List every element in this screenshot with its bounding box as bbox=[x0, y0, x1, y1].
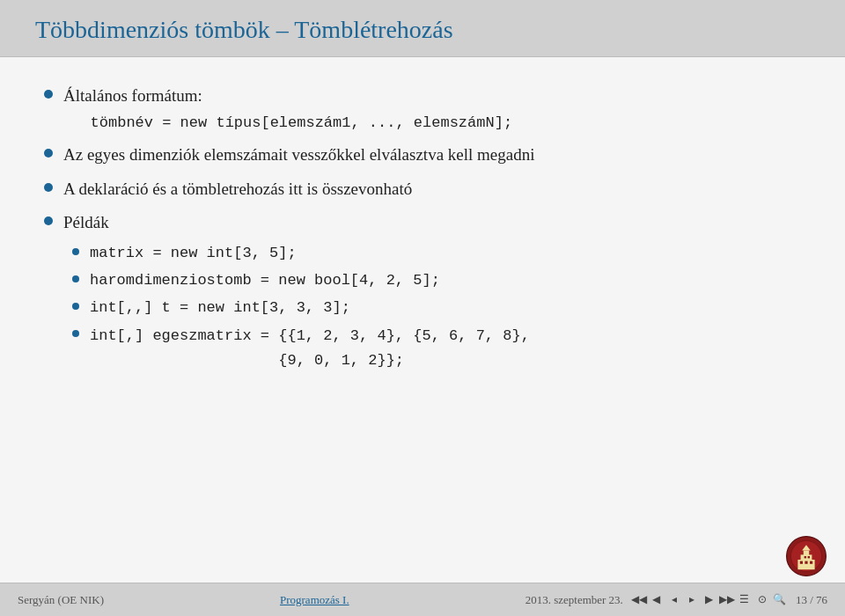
bullet-text-4: Példák bbox=[63, 213, 109, 231]
slide-footer: Sergyán (OE NIK) Programozás I. 2013. sz… bbox=[0, 583, 845, 616]
sub-bullet-dot-1 bbox=[72, 248, 79, 255]
svg-rect-8 bbox=[810, 561, 812, 564]
slide-content: Általános formátum: tömbnév = new típus[… bbox=[0, 57, 845, 583]
sub-bullet-2: haromdimenziostomb = new bool[4, 2, 5]; bbox=[72, 268, 530, 292]
nav-zoom-btn[interactable]: ⊙ bbox=[755, 593, 769, 607]
bullet-text-4-container: Példák matrix = new int[3, 5]; haromdime… bbox=[63, 210, 530, 372]
footer-author: Sergyán (OE NIK) bbox=[18, 593, 104, 607]
sub-bullet-4: int[,] egeszmatrix = {{1, 2, 3, 4}, {5, … bbox=[72, 323, 530, 372]
sub-bullet-code-1: matrix = new int[3, 5]; bbox=[90, 241, 297, 265]
nav-next-btn[interactable]: ▶ bbox=[702, 593, 716, 607]
nav-first-btn[interactable]: ◀◀ bbox=[632, 593, 646, 607]
sub-bullet-dot-2 bbox=[72, 275, 79, 282]
bullet-text-3: A deklaráció és a tömbletrehozás itt is … bbox=[63, 177, 412, 202]
sub-bullet-dot-3 bbox=[72, 303, 79, 310]
nav-section-prev-btn[interactable]: ◂ bbox=[667, 593, 681, 607]
bullet-text-2: Az egyes dimenziók elemszámait vesszőkke… bbox=[63, 143, 535, 168]
svg-rect-4 bbox=[804, 551, 809, 556]
nav-prev-btn[interactable]: ◀ bbox=[650, 593, 664, 607]
footer-course[interactable]: Programozás I. bbox=[280, 593, 349, 607]
slide: Többdimenziós tömbök – Tömblétrehozás Ál… bbox=[0, 0, 845, 616]
nav-controls: ◀◀ ◀ ◂ ▸ ▶ ▶▶ ☰ ⊙ 🔍 bbox=[632, 593, 787, 607]
sub-bullet-list: matrix = new int[3, 5]; haromdimenziosto… bbox=[72, 241, 530, 373]
nav-section-next-btn[interactable]: ▸ bbox=[685, 593, 699, 607]
nav-menu-btn[interactable]: ☰ bbox=[738, 593, 752, 607]
nav-search-btn[interactable]: 🔍 bbox=[773, 593, 787, 607]
sub-bullet-1: matrix = new int[3, 5]; bbox=[72, 241, 530, 265]
bullet-item-2: Az egyes dimenziók elemszámait vesszőkke… bbox=[44, 143, 801, 168]
main-bullet-list: Általános formátum: tömbnév = new típus[… bbox=[44, 84, 801, 381]
svg-rect-10 bbox=[808, 556, 810, 558]
sub-bullet-code-2: haromdimenziostomb = new bool[4, 2, 5]; bbox=[90, 268, 440, 292]
sub-bullet-3: int[,,] t = new int[3, 3, 3]; bbox=[72, 296, 530, 319]
bullet-dot-1 bbox=[44, 90, 53, 99]
sub-bullet-code-4-block: int[,] egeszmatrix = {{1, 2, 3, 4}, {5, … bbox=[90, 323, 530, 372]
slide-header: Többdimenziós tömbök – Tömblétrehozás bbox=[0, 0, 845, 57]
footer-right-section: 2013. szeptember 23. ◀◀ ◀ ◂ ▸ ▶ ▶▶ ☰ ⊙ 🔍… bbox=[525, 593, 827, 607]
slide-title: Többdimenziós tömbök – Tömblétrehozás bbox=[35, 16, 810, 44]
bullet-text-1: Általános formátum: tömbnév = new típus[… bbox=[63, 84, 512, 134]
footer-date: 2013. szeptember 23. bbox=[525, 593, 623, 607]
bullet-item-4: Példák matrix = new int[3, 5]; haromdime… bbox=[44, 210, 801, 372]
university-logo bbox=[785, 535, 827, 577]
bullet-dot-2 bbox=[44, 149, 53, 158]
bullet-item-3: A deklaráció és a tömbletrehozás itt is … bbox=[44, 177, 801, 202]
footer-page: 13 / 76 bbox=[796, 593, 827, 607]
svg-rect-6 bbox=[800, 561, 803, 564]
nav-last-btn[interactable]: ▶▶ bbox=[720, 593, 734, 607]
svg-rect-9 bbox=[805, 556, 806, 558]
svg-rect-7 bbox=[805, 561, 807, 564]
sub-bullet-code-3: int[,,] t = new int[3, 3, 3]; bbox=[90, 296, 350, 319]
bullet-item-1: Általános formátum: tömbnév = new típus[… bbox=[44, 84, 801, 134]
sub-bullet-dot-4 bbox=[72, 330, 79, 337]
bullet-dot-4 bbox=[44, 216, 53, 225]
bullet-dot-3 bbox=[44, 183, 53, 192]
